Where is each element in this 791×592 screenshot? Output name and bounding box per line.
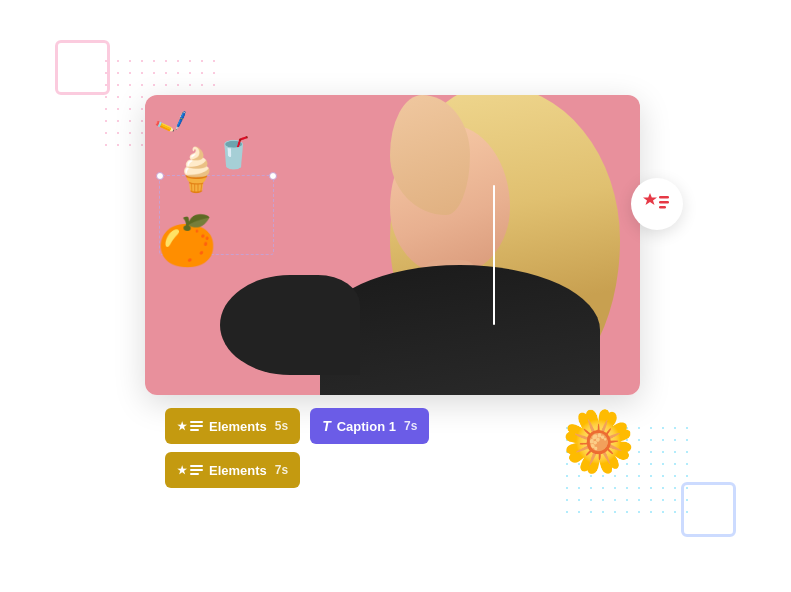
elements-badge-2[interactable]: ★ Elements 7s bbox=[165, 452, 300, 488]
elements-badge-1-duration: 5s bbox=[275, 419, 288, 433]
svg-marker-0 bbox=[643, 193, 657, 205]
star-list-icon bbox=[643, 191, 671, 217]
photo-shoulder bbox=[220, 275, 360, 375]
elements-icon-group: ★ bbox=[177, 420, 203, 433]
photo-earphone bbox=[493, 185, 495, 325]
smoothie-sticker: 🥤 bbox=[215, 135, 252, 170]
corner-decoration-tl bbox=[55, 40, 110, 95]
caption-badge-1[interactable]: T Caption 1 7s bbox=[310, 408, 429, 444]
flower-sticker: 🌼 bbox=[561, 412, 636, 472]
timeline-row-2: ★ Elements 7s bbox=[165, 452, 300, 488]
svg-rect-2 bbox=[659, 201, 669, 204]
corner-decoration-br bbox=[681, 482, 736, 537]
floating-action-button[interactable] bbox=[631, 178, 683, 230]
star-icon: ★ bbox=[177, 420, 187, 433]
photo-body bbox=[320, 265, 600, 395]
elements-badge-2-duration: 7s bbox=[275, 463, 288, 477]
elements-badge-1-label: Elements bbox=[209, 419, 267, 434]
lines-icon bbox=[190, 421, 203, 431]
svg-rect-1 bbox=[659, 196, 669, 199]
svg-rect-3 bbox=[659, 206, 666, 209]
caption-badge-1-duration: 7s bbox=[404, 419, 417, 433]
caption-badge-1-label: Caption 1 bbox=[337, 419, 396, 434]
orange-sticker: 🍊 bbox=[157, 213, 217, 269]
lines-icon-2 bbox=[190, 465, 203, 475]
star-icon-2: ★ bbox=[177, 464, 187, 477]
caption-t-icon: T bbox=[322, 418, 331, 434]
elements-icon-group-2: ★ bbox=[177, 464, 203, 477]
elements-badge-1[interactable]: ★ Elements 5s bbox=[165, 408, 300, 444]
main-photo-card: ✏️🖊️ 🍦 🥤 🍊 bbox=[145, 95, 640, 395]
timeline-row-1: ★ Elements 5s T Caption 1 7s bbox=[165, 408, 429, 444]
elements-badge-2-label: Elements bbox=[209, 463, 267, 478]
